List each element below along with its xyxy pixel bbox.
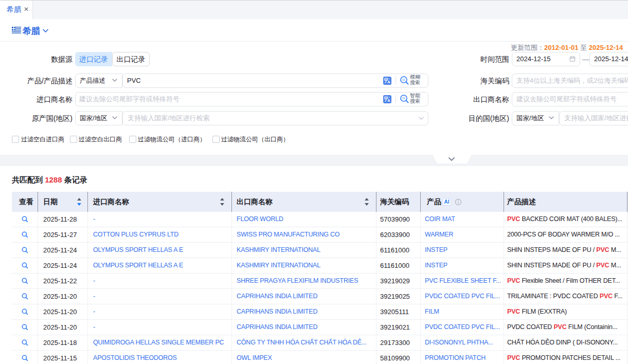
svg-text:A: A <box>387 80 390 84</box>
svg-text:A: A <box>387 98 390 103</box>
